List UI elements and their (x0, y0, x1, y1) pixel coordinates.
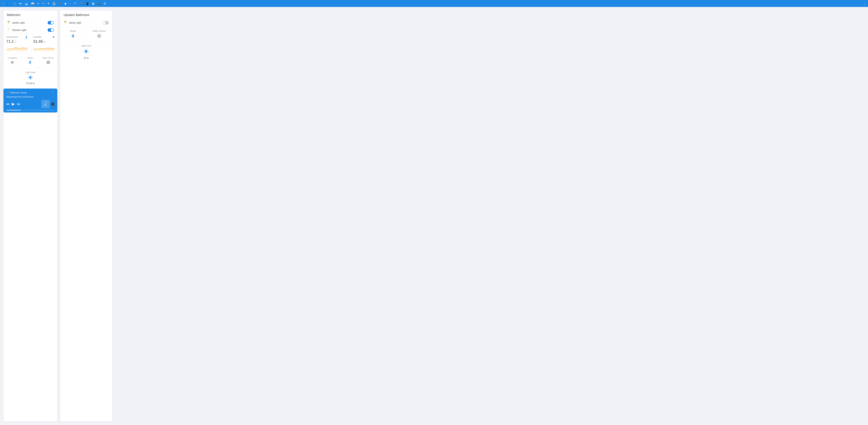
bank-icon[interactable]: 🏦 (52, 2, 56, 5)
music-player: 🔊 Bathroom Sonos ⋮ Streaming from AirCon… (3, 89, 57, 112)
upstairs-motion-label: Motion (70, 30, 76, 32)
temp-humidity-grid: Temperature 71.2 °F (3, 33, 57, 54)
upstairs-water-sensor-col: Water Sensor (86, 27, 112, 42)
svg-rect-7 (65, 22, 65, 23)
phone-icon[interactable]: 📱 (86, 2, 89, 5)
edit-icon[interactable]: ✏ (37, 2, 39, 5)
humidity-unit: % (43, 41, 45, 43)
music-source: Streaming from AirConnect (6, 96, 55, 98)
vanity-light-row: Vanity Light (3, 19, 57, 26)
water-sensor-icon (46, 60, 50, 65)
upload-icon[interactable]: ↑ (70, 2, 71, 5)
bed-icon[interactable]: 🛏 (19, 2, 22, 5)
shower-light-icon (7, 28, 10, 32)
upstairs-vanity-light-icon (64, 21, 67, 25)
shower-light-label: Shower Light (12, 29, 48, 31)
svg-rect-6 (64, 22, 65, 23)
play-circle-icon[interactable]: ▶ (65, 2, 67, 5)
paw-icon[interactable]: ✦ (47, 2, 50, 5)
svg-rect-1 (8, 22, 8, 23)
motion-label: Motion (27, 57, 33, 59)
shower-light-row: Shower Light (3, 26, 57, 33)
shield-icon[interactable]: 🛡 (74, 2, 76, 5)
vanity-light-icon (7, 21, 10, 25)
temperature-value: 71.2 (6, 39, 14, 44)
upstairs-bathroom-title: Upstairs Bathroom (60, 10, 112, 19)
music-progress-bar[interactable] (6, 110, 55, 110)
upstairs-light-level-value: 12 lx (84, 57, 89, 59)
music-controls: ⏮ ▶ ⏭ (6, 102, 20, 106)
svg-rect-0 (7, 21, 10, 22)
video-icon[interactable]: 📹 (97, 2, 101, 5)
svg-rect-9 (64, 23, 66, 23)
light-level-icon (28, 75, 33, 81)
svg-rect-2 (8, 22, 9, 23)
temperature-cell: Temperature 71.2 °F (3, 34, 30, 54)
location-icon[interactable]: 📍 (80, 2, 83, 5)
occupancy-label: Occupancy (8, 57, 17, 59)
cast-button[interactable]: ⬛ (51, 102, 55, 106)
shower-light-toggle[interactable] (48, 28, 54, 32)
upstairs-two-sensor-row: Motion Water Sensor (60, 27, 112, 42)
music-device-icon: 🔊 (6, 91, 9, 94)
light-level-section: Light Level 75.40 lx (3, 69, 57, 87)
bathroom-card: Bathroom Vanity Light (3, 10, 57, 422)
three-sensor-row: Occupancy Motion Water Sensor (3, 54, 57, 69)
light-level-label: Light Level (25, 71, 35, 74)
humidity-icon (52, 36, 55, 39)
occupancy-col: Occupancy (3, 55, 21, 67)
upstairs-light-level-section: Light Level 12 lx (60, 42, 112, 62)
light-level-value: 75.40 lx (26, 82, 35, 85)
bath-icon[interactable]: 🛁 (25, 2, 28, 5)
temperature-label: Temperature (6, 36, 28, 38)
thermometer-icon (25, 36, 28, 39)
motion-col: Motion (21, 55, 39, 67)
humidity-chart (33, 44, 55, 52)
humidity-value: 51.65 (33, 39, 43, 44)
upstairs-motion-icon (71, 34, 75, 39)
upstairs-light-level-icon (84, 49, 89, 55)
settings-icon[interactable]: ⚙ (103, 2, 106, 5)
upstairs-bathroom-card: Upstairs Bathroom Vanity Light (60, 10, 112, 422)
music-device-name: Bathroom Sonos (10, 91, 52, 94)
people-icon[interactable]: 👥 (7, 2, 10, 5)
vanity-light-toggle[interactable] (48, 21, 54, 25)
humidity-cell: Humidity 51.65 % (30, 34, 57, 54)
bathroom-title: Bathroom (3, 10, 57, 19)
music-more-button[interactable]: ⋮ (52, 91, 55, 94)
upstairs-water-sensor-icon (97, 34, 101, 39)
scissors-icon[interactable]: ✂ (42, 2, 44, 5)
music-progress-fill (6, 110, 21, 110)
svg-rect-8 (66, 22, 66, 23)
upstairs-motion-col: Motion (60, 27, 86, 42)
person-icon[interactable]: 🚶 (59, 2, 62, 5)
play-button[interactable]: ▶ (12, 102, 15, 106)
upstairs-vanity-light-row: Vanity Light (60, 19, 112, 27)
svg-rect-5 (64, 21, 66, 22)
music-player-header: 🔊 Bathroom Sonos ⋮ (6, 91, 55, 94)
home-icon[interactable]: ⌂ (2, 2, 4, 5)
upstairs-light-level-label: Light Level (81, 44, 91, 47)
main-content: Bathroom Vanity Light (0, 7, 868, 425)
humidity-label: Humidity (33, 36, 55, 38)
svg-rect-3 (9, 22, 9, 23)
next-button[interactable]: ⏭ (17, 102, 20, 106)
temperature-chart (6, 44, 28, 52)
svg-rect-4 (7, 23, 10, 23)
water-sensor-label: Water Sensor (42, 57, 54, 59)
upstairs-vanity-light-label: Vanity Light (69, 21, 102, 24)
occupancy-icon (10, 60, 14, 65)
upstairs-vanity-light-toggle[interactable] (102, 21, 109, 25)
book-icon[interactable]: 📖 (31, 2, 34, 5)
prev-button[interactable]: ⏮ (6, 102, 9, 106)
tools-icon[interactable]: 🔧 (13, 2, 16, 5)
topbar: ⌂ 👥 🔧 🛏 🛁 📖 ✏ ✂ ✦ 🏦 🚶 ▶ ↑ 🛡 📍 📱 ▦ 📹 ⚙ ⋮ (0, 0, 868, 7)
topbar-more-button[interactable]: ⋮ (863, 1, 866, 5)
music-artwork (41, 100, 50, 108)
water-sensor-col: Water Sensor (39, 55, 57, 67)
motion-icon (28, 60, 32, 65)
vanity-light-label: Vanity Light (12, 21, 48, 24)
upstairs-water-sensor-label: Water Sensor (93, 30, 105, 32)
temperature-unit: °F (14, 41, 17, 43)
table-icon[interactable]: ▦ (92, 2, 94, 5)
